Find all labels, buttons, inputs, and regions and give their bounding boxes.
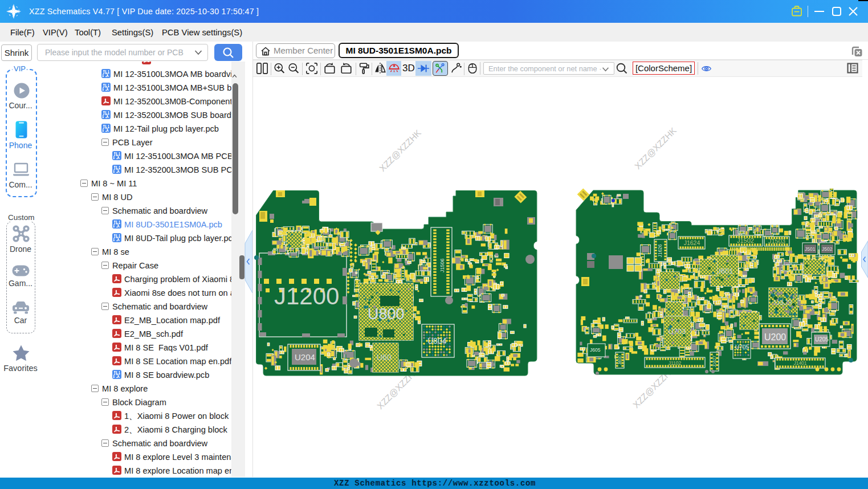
svg-text:J1503: J1503	[768, 238, 785, 244]
svg-text:U200: U200	[764, 332, 786, 342]
svg-text:J605: J605	[590, 347, 601, 353]
svg-text:J1401: J1401	[793, 360, 806, 366]
svg-text:J1626: J1626	[657, 244, 663, 257]
svg-text:J1627: J1627	[712, 356, 717, 367]
svg-text:U205: U205	[815, 336, 829, 343]
svg-text:J1502: J1502	[737, 237, 754, 244]
svg-text:U804: U804	[427, 336, 447, 345]
svg-text:J1102: J1102	[669, 360, 682, 366]
svg-text:XZZ@XZZHK: XZZ@XZZHK	[377, 128, 423, 173]
svg-text:U705: U705	[735, 344, 749, 351]
svg-text:J1506: J1506	[439, 258, 445, 272]
svg-text:J1624: J1624	[684, 239, 700, 246]
svg-text:J502: J502	[822, 246, 833, 252]
svg-text:J600: J600	[617, 356, 622, 365]
svg-text:U703: U703	[668, 327, 686, 336]
svg-text:U60: U60	[377, 353, 392, 362]
svg-text:J501: J501	[805, 246, 816, 252]
svg-text:XZZ@XZZHK: XZZ@XZZHK	[633, 125, 678, 171]
svg-text:U601: U601	[715, 267, 733, 275]
svg-text:U800: U800	[368, 305, 405, 323]
svg-text:U204: U204	[295, 352, 315, 362]
svg-text:J1200: J1200	[274, 283, 339, 309]
